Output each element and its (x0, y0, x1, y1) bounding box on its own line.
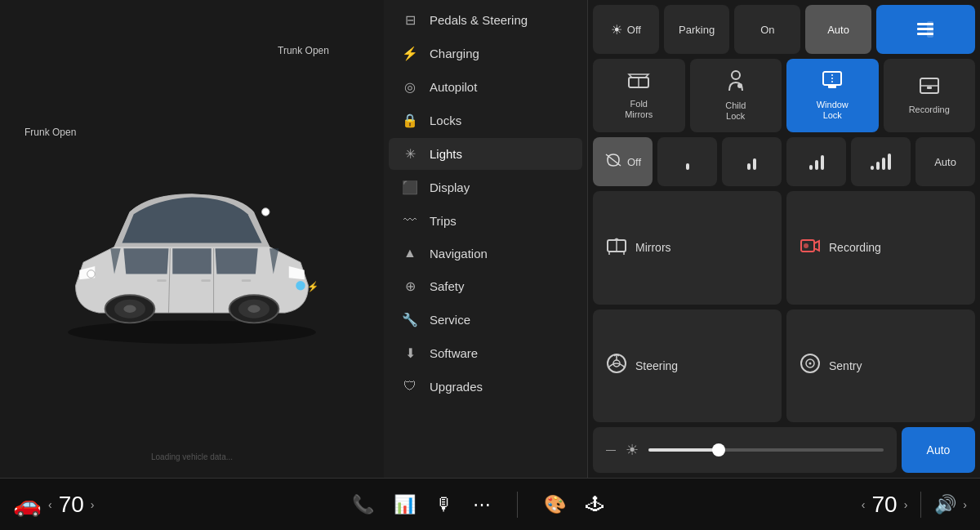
svg-marker-36 (814, 241, 819, 251)
main-content: Trunk Open Frunk Open (0, 0, 980, 478)
sidebar-item-service[interactable]: 🔧 Service (389, 304, 582, 336)
svg-point-15 (87, 269, 96, 278)
svg-rect-11 (242, 279, 251, 282)
mirrors-button[interactable]: Mirrors (593, 191, 782, 305)
child-lock-button[interactable]: ChildLock (690, 59, 782, 132)
sidebar-item-upgrades[interactable]: 🛡 Upgrades (389, 371, 582, 402)
safety-icon: ⊕ (402, 278, 418, 294)
trunk-label: Trunk Open (278, 45, 329, 56)
pedals-icon: ⊟ (402, 12, 418, 28)
sentry-icon (800, 353, 821, 378)
fold-mirrors-icon (627, 71, 650, 94)
apps-icon[interactable]: ⋯ (473, 494, 491, 515)
lights-parking-button[interactable]: Parking (664, 5, 730, 54)
navigation-icon: ▲ (402, 246, 418, 261)
glovebox-button[interactable]: Recording (884, 59, 976, 132)
taskbar-right: ‹ 70 › 🔊 › (862, 492, 967, 518)
car-taskbar-icon[interactable]: 🚗 (13, 491, 42, 518)
sidebar-item-software[interactable]: ⬇ Software (389, 337, 582, 369)
gamepad-icon[interactable]: 🕹 (586, 494, 604, 515)
fan-speed-1-button[interactable] (657, 137, 717, 186)
camera-icon[interactable]: 🎙 (435, 494, 453, 515)
brightness-min-icon: — (606, 444, 616, 456)
fan-speed-3-button[interactable] (786, 137, 846, 186)
controls-left: Mirrors Steering (593, 191, 782, 422)
volume-next-arrow[interactable]: › (963, 498, 967, 511)
sidebar-item-locks[interactable]: 🔒 Locks (389, 105, 582, 136)
sidebar-item-label: Lights (430, 147, 462, 161)
phone-icon[interactable]: 📞 (352, 494, 374, 515)
speed-left-prev-arrow[interactable]: ‹ (48, 498, 52, 511)
speed-right-prev-arrow[interactable]: ‹ (862, 498, 866, 511)
sidebar-item-lights[interactable]: ✳ Lights (389, 138, 582, 170)
svg-rect-10 (201, 279, 210, 282)
brightness-auto-button[interactable]: Auto (902, 427, 975, 473)
sidebar-item-trips[interactable]: 〰 Trips (389, 205, 582, 236)
sidebar-item-navigation[interactable]: ▲ Navigation (389, 238, 582, 269)
car-illustration: ⚡ (37, 136, 347, 365)
speed-left-display: 70 (59, 492, 84, 518)
volume-icon[interactable]: 🔊 (934, 494, 956, 515)
sidebar-item-label: Autopilot (430, 80, 477, 94)
fan-control-row: Off (593, 137, 975, 186)
svg-point-12 (296, 281, 305, 290)
controls-right: Recording Sentry (786, 191, 975, 422)
sidebar: ⊟ Pedals & Steering ⚡ Charging ◎ Autopil… (384, 0, 588, 478)
sidebar-item-autopilot[interactable]: ◎ Autopilot (389, 71, 582, 103)
window-lock-icon (822, 70, 843, 95)
fan-auto-button[interactable]: Auto (915, 137, 975, 186)
svg-rect-29 (927, 87, 932, 89)
charging-icon: ⚡ (402, 46, 418, 61)
svg-rect-19 (927, 21, 933, 38)
fan-speed-4-button[interactable] (851, 137, 911, 186)
taskbar-divider-2 (920, 492, 921, 518)
speed-right-next-arrow[interactable]: › (904, 498, 908, 511)
sidebar-item-display[interactable]: ⬛ Display (389, 171, 582, 203)
taskbar-left: 🚗 ‹ 70 › (13, 491, 95, 518)
lights-list-button[interactable] (876, 5, 975, 54)
sidebar-item-label: Charging (430, 47, 479, 60)
sidebar-item-pedals[interactable]: ⊟ Pedals & Steering (389, 4, 582, 36)
controls-grid: Mirrors Steering (593, 191, 975, 422)
sentry-button[interactable]: Sentry (786, 310, 975, 423)
lights-auto-button[interactable]: Auto (805, 5, 871, 54)
lights-on-button[interactable]: On (734, 5, 800, 54)
autopilot-icon: ◎ (402, 79, 418, 95)
brightness-slider-container: — ☀ (593, 427, 897, 473)
sidebar-item-label: Service (430, 313, 470, 327)
svg-point-37 (804, 243, 808, 248)
brightness-slider[interactable] (648, 448, 884, 452)
fold-mirrors-button[interactable]: FoldMirrors (593, 59, 685, 132)
colors-icon[interactable]: 🎨 (544, 494, 566, 515)
steering-icon (606, 353, 627, 378)
fan-speed-2-button[interactable] (722, 137, 782, 186)
music-icon[interactable]: 📊 (394, 494, 416, 515)
sidebar-item-label: Navigation (430, 247, 488, 261)
sidebar-item-label: Pedals & Steering (430, 13, 528, 27)
svg-rect-25 (828, 85, 836, 88)
child-lock-icon (727, 69, 745, 96)
brightness-row: — ☀ Auto (593, 427, 975, 473)
fan-off-button[interactable]: Off (593, 137, 653, 186)
svg-point-22 (732, 71, 740, 79)
taskbar: 🚗 ‹ 70 › 📞 📊 🎙 ⋯ 🎨 🕹 ‹ 70 › 🔊 › (0, 478, 980, 530)
fan-off-icon (604, 153, 622, 171)
sidebar-item-safety[interactable]: ⊕ Safety (389, 270, 582, 302)
sidebar-item-charging[interactable]: ⚡ Charging (389, 38, 582, 69)
lights-off-button[interactable]: ☀ Off (593, 5, 659, 54)
locks-icon: 🔒 (402, 113, 418, 128)
svg-point-8 (247, 305, 260, 313)
sidebar-item-label: Trips (430, 214, 457, 228)
recording-button[interactable]: Recording (786, 191, 975, 305)
svg-point-5 (123, 305, 136, 313)
window-lock-button[interactable]: WindowLock (786, 59, 879, 132)
sidebar-item-label: Display (430, 180, 470, 194)
recording-icon (800, 237, 821, 259)
glovebox-icon (919, 77, 940, 100)
steering-button[interactable]: Steering (593, 310, 782, 423)
sidebar-item-label: Upgrades (430, 380, 483, 394)
mirrors-icon (606, 237, 627, 259)
svg-text:⚡: ⚡ (307, 280, 319, 292)
software-icon: ⬇ (402, 345, 418, 361)
speed-right-display: 70 (872, 492, 898, 518)
